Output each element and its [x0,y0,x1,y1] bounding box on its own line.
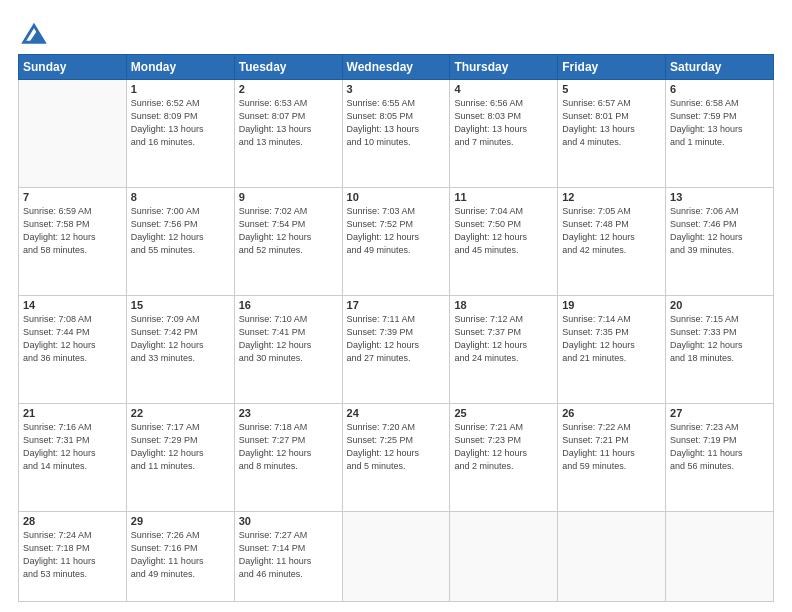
day-info: Sunrise: 7:21 AM Sunset: 7:23 PM Dayligh… [454,421,553,473]
day-info: Sunrise: 7:20 AM Sunset: 7:25 PM Dayligh… [347,421,446,473]
day-cell [342,512,450,602]
day-info: Sunrise: 7:17 AM Sunset: 7:29 PM Dayligh… [131,421,230,473]
weekday-header-thursday: Thursday [450,55,558,80]
day-info: Sunrise: 7:06 AM Sunset: 7:46 PM Dayligh… [670,205,769,257]
weekday-header-tuesday: Tuesday [234,55,342,80]
week-row-2: 14Sunrise: 7:08 AM Sunset: 7:44 PM Dayli… [19,296,774,404]
day-info: Sunrise: 7:23 AM Sunset: 7:19 PM Dayligh… [670,421,769,473]
day-number: 19 [562,299,661,311]
day-info: Sunrise: 7:12 AM Sunset: 7:37 PM Dayligh… [454,313,553,365]
day-cell: 16Sunrise: 7:10 AM Sunset: 7:41 PM Dayli… [234,296,342,404]
day-info: Sunrise: 7:14 AM Sunset: 7:35 PM Dayligh… [562,313,661,365]
day-number: 6 [670,83,769,95]
day-cell: 19Sunrise: 7:14 AM Sunset: 7:35 PM Dayli… [558,296,666,404]
day-info: Sunrise: 6:57 AM Sunset: 8:01 PM Dayligh… [562,97,661,149]
day-number: 2 [239,83,338,95]
day-info: Sunrise: 7:11 AM Sunset: 7:39 PM Dayligh… [347,313,446,365]
day-cell [450,512,558,602]
day-info: Sunrise: 6:56 AM Sunset: 8:03 PM Dayligh… [454,97,553,149]
day-info: Sunrise: 7:02 AM Sunset: 7:54 PM Dayligh… [239,205,338,257]
weekday-header-saturday: Saturday [666,55,774,80]
day-cell: 21Sunrise: 7:16 AM Sunset: 7:31 PM Dayli… [19,404,127,512]
day-info: Sunrise: 6:55 AM Sunset: 8:05 PM Dayligh… [347,97,446,149]
week-row-1: 7Sunrise: 6:59 AM Sunset: 7:58 PM Daylig… [19,188,774,296]
day-info: Sunrise: 6:52 AM Sunset: 8:09 PM Dayligh… [131,97,230,149]
day-number: 17 [347,299,446,311]
day-cell: 27Sunrise: 7:23 AM Sunset: 7:19 PM Dayli… [666,404,774,512]
day-number: 10 [347,191,446,203]
day-info: Sunrise: 7:00 AM Sunset: 7:56 PM Dayligh… [131,205,230,257]
day-number: 8 [131,191,230,203]
day-cell: 12Sunrise: 7:05 AM Sunset: 7:48 PM Dayli… [558,188,666,296]
day-info: Sunrise: 7:22 AM Sunset: 7:21 PM Dayligh… [562,421,661,473]
day-cell: 18Sunrise: 7:12 AM Sunset: 7:37 PM Dayli… [450,296,558,404]
day-cell: 29Sunrise: 7:26 AM Sunset: 7:16 PM Dayli… [126,512,234,602]
day-cell: 5Sunrise: 6:57 AM Sunset: 8:01 PM Daylig… [558,80,666,188]
day-cell: 28Sunrise: 7:24 AM Sunset: 7:18 PM Dayli… [19,512,127,602]
calendar-table: SundayMondayTuesdayWednesdayThursdayFrid… [18,54,774,602]
day-info: Sunrise: 7:26 AM Sunset: 7:16 PM Dayligh… [131,529,230,581]
day-number: 22 [131,407,230,419]
day-cell: 7Sunrise: 6:59 AM Sunset: 7:58 PM Daylig… [19,188,127,296]
day-number: 29 [131,515,230,527]
day-number: 20 [670,299,769,311]
day-cell: 14Sunrise: 7:08 AM Sunset: 7:44 PM Dayli… [19,296,127,404]
day-cell: 9Sunrise: 7:02 AM Sunset: 7:54 PM Daylig… [234,188,342,296]
day-cell: 13Sunrise: 7:06 AM Sunset: 7:46 PM Dayli… [666,188,774,296]
day-number: 24 [347,407,446,419]
day-cell: 17Sunrise: 7:11 AM Sunset: 7:39 PM Dayli… [342,296,450,404]
weekday-header-sunday: Sunday [19,55,127,80]
day-cell: 20Sunrise: 7:15 AM Sunset: 7:33 PM Dayli… [666,296,774,404]
day-number: 21 [23,407,122,419]
day-info: Sunrise: 7:10 AM Sunset: 7:41 PM Dayligh… [239,313,338,365]
day-number: 7 [23,191,122,203]
weekday-header-friday: Friday [558,55,666,80]
day-info: Sunrise: 7:24 AM Sunset: 7:18 PM Dayligh… [23,529,122,581]
page: SundayMondayTuesdayWednesdayThursdayFrid… [0,0,792,612]
day-number: 30 [239,515,338,527]
day-number: 5 [562,83,661,95]
day-cell: 4Sunrise: 6:56 AM Sunset: 8:03 PM Daylig… [450,80,558,188]
day-cell: 1Sunrise: 6:52 AM Sunset: 8:09 PM Daylig… [126,80,234,188]
day-number: 25 [454,407,553,419]
day-cell: 23Sunrise: 7:18 AM Sunset: 7:27 PM Dayli… [234,404,342,512]
day-info: Sunrise: 7:27 AM Sunset: 7:14 PM Dayligh… [239,529,338,581]
day-info: Sunrise: 7:18 AM Sunset: 7:27 PM Dayligh… [239,421,338,473]
day-cell: 30Sunrise: 7:27 AM Sunset: 7:14 PM Dayli… [234,512,342,602]
day-cell: 26Sunrise: 7:22 AM Sunset: 7:21 PM Dayli… [558,404,666,512]
day-cell: 15Sunrise: 7:09 AM Sunset: 7:42 PM Dayli… [126,296,234,404]
day-number: 1 [131,83,230,95]
header [18,18,774,46]
day-cell: 2Sunrise: 6:53 AM Sunset: 8:07 PM Daylig… [234,80,342,188]
day-number: 23 [239,407,338,419]
day-number: 13 [670,191,769,203]
day-info: Sunrise: 7:09 AM Sunset: 7:42 PM Dayligh… [131,313,230,365]
day-cell: 25Sunrise: 7:21 AM Sunset: 7:23 PM Dayli… [450,404,558,512]
day-number: 12 [562,191,661,203]
day-info: Sunrise: 6:59 AM Sunset: 7:58 PM Dayligh… [23,205,122,257]
day-number: 3 [347,83,446,95]
weekday-header-wednesday: Wednesday [342,55,450,80]
week-row-4: 28Sunrise: 7:24 AM Sunset: 7:18 PM Dayli… [19,512,774,602]
day-number: 18 [454,299,553,311]
day-cell [666,512,774,602]
week-row-0: 1Sunrise: 6:52 AM Sunset: 8:09 PM Daylig… [19,80,774,188]
weekday-header-row: SundayMondayTuesdayWednesdayThursdayFrid… [19,55,774,80]
day-number: 9 [239,191,338,203]
day-cell: 8Sunrise: 7:00 AM Sunset: 7:56 PM Daylig… [126,188,234,296]
day-info: Sunrise: 6:58 AM Sunset: 7:59 PM Dayligh… [670,97,769,149]
day-cell: 11Sunrise: 7:04 AM Sunset: 7:50 PM Dayli… [450,188,558,296]
day-cell: 24Sunrise: 7:20 AM Sunset: 7:25 PM Dayli… [342,404,450,512]
day-number: 28 [23,515,122,527]
weekday-header-monday: Monday [126,55,234,80]
day-cell [19,80,127,188]
day-info: Sunrise: 7:08 AM Sunset: 7:44 PM Dayligh… [23,313,122,365]
day-cell: 6Sunrise: 6:58 AM Sunset: 7:59 PM Daylig… [666,80,774,188]
day-info: Sunrise: 7:03 AM Sunset: 7:52 PM Dayligh… [347,205,446,257]
day-info: Sunrise: 7:16 AM Sunset: 7:31 PM Dayligh… [23,421,122,473]
logo [18,18,48,46]
day-number: 14 [23,299,122,311]
logo-icon [20,18,48,46]
day-number: 4 [454,83,553,95]
day-number: 27 [670,407,769,419]
